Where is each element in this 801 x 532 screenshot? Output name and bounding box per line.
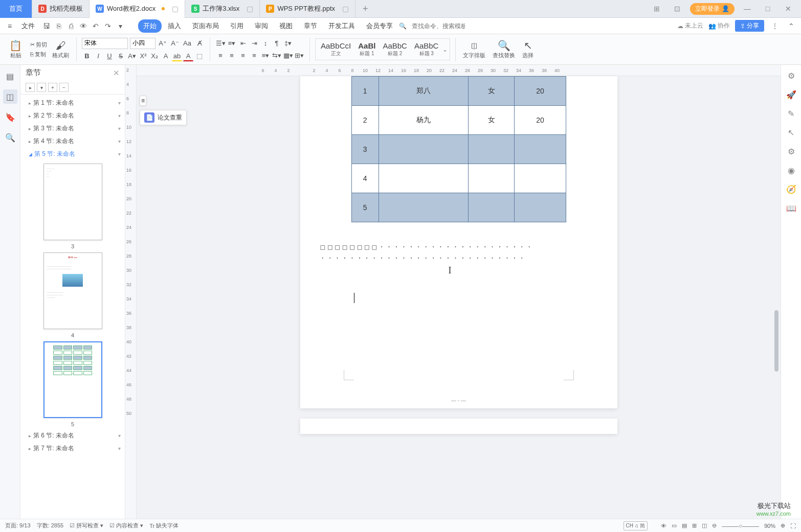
cursor-icon[interactable]: ↖ bbox=[788, 128, 794, 137]
dotted-text-2[interactable]: ···························· bbox=[300, 254, 617, 262]
font-family-select[interactable] bbox=[82, 38, 128, 49]
document-page[interactable]: 1郑八女20 2杨九女20 3 4 5 □□□□□□□□············… bbox=[300, 76, 617, 408]
web-mode-icon[interactable]: ⊞ bbox=[692, 522, 697, 529]
outline-mode-icon[interactable]: ◫ bbox=[702, 522, 707, 529]
paste-button[interactable]: 📋粘贴 bbox=[7, 38, 24, 60]
section-3[interactable]: ▸第 3 节: 未命名▾ bbox=[20, 122, 125, 135]
rocket-icon[interactable]: 🚀 bbox=[786, 90, 796, 100]
distribute-button[interactable]: ≡▾ bbox=[260, 51, 271, 61]
style-heading2[interactable]: AaBbC标题 2 bbox=[380, 40, 410, 59]
subscript-button[interactable]: X₂ bbox=[149, 51, 160, 61]
menu-start[interactable]: 开始 bbox=[138, 19, 162, 33]
toolbox-icon[interactable]: ⚙ bbox=[788, 71, 795, 81]
zoom-out-button[interactable]: ⊖ bbox=[712, 522, 717, 529]
save-as-icon[interactable]: ⎘ bbox=[53, 20, 64, 32]
search-icon[interactable]: 🔍 bbox=[3, 130, 17, 145]
format-painter-button[interactable]: 🖌格式刷 bbox=[50, 39, 71, 60]
decrease-font-icon[interactable]: A⁻ bbox=[170, 38, 180, 49]
style-heading1[interactable]: AaBl标题 1 bbox=[355, 40, 379, 59]
more-icon[interactable]: ⋮ bbox=[769, 20, 781, 32]
menu-chapter[interactable]: 章节 bbox=[299, 19, 322, 33]
minimize-button[interactable]: — bbox=[740, 5, 755, 13]
style-normal[interactable]: AaBbCcI正文 bbox=[318, 40, 354, 59]
align-right-button[interactable]: ≡ bbox=[238, 51, 248, 61]
text-effects-button[interactable]: A bbox=[161, 51, 171, 61]
find-replace-button[interactable]: 🔍查找替换 bbox=[491, 38, 517, 60]
show-marks-button[interactable]: ¶ bbox=[272, 38, 282, 49]
page-indicator[interactable]: 页面: 9/13 bbox=[5, 522, 31, 529]
print-icon[interactable]: ⎙ bbox=[65, 20, 77, 32]
plugin-icon[interactable]: ◉ bbox=[788, 166, 795, 175]
sort-button[interactable]: ↕ bbox=[260, 38, 271, 49]
menu-hamburger-icon[interactable]: ≡ bbox=[4, 20, 15, 32]
zoom-in-button[interactable]: ⊕ bbox=[781, 522, 785, 529]
word-count[interactable]: 字数: 2855 bbox=[37, 522, 64, 529]
menu-view[interactable]: 视图 bbox=[274, 19, 298, 33]
page-thumb-5[interactable] bbox=[43, 341, 102, 418]
book-icon[interactable]: 📖 bbox=[786, 203, 796, 213]
cloud-status[interactable]: ☁ 未上云 bbox=[677, 21, 703, 30]
remove-section-icon[interactable]: − bbox=[59, 83, 69, 92]
outline-icon[interactable]: ▤ bbox=[3, 69, 17, 83]
borders-button[interactable]: ⊞▾ bbox=[294, 51, 304, 61]
maximize-button[interactable]: □ bbox=[760, 5, 775, 13]
menu-member[interactable]: 会员专享 bbox=[361, 19, 398, 33]
menu-insert[interactable]: 插入 bbox=[163, 19, 186, 33]
tab-excel[interactable]: S 工作簿3.xlsx ▢ bbox=[185, 0, 260, 18]
layout-icon[interactable]: ⊞ bbox=[649, 5, 664, 13]
section-4[interactable]: ▸第 4 节: 未命名▾ bbox=[20, 135, 125, 148]
increase-indent-button[interactable]: ⇥ bbox=[249, 38, 259, 49]
table-row[interactable]: 5 bbox=[351, 193, 566, 222]
float-tool-anchor[interactable]: ≡ bbox=[140, 96, 146, 106]
page-thumb-3[interactable]: — — —— ——— bbox=[43, 164, 102, 240]
section-6[interactable]: ▸第 6 节: 未命名▾ bbox=[20, 429, 125, 442]
thesis-check-tool[interactable]: 📄 论文查重 bbox=[140, 110, 187, 125]
table-row[interactable]: 3 bbox=[351, 135, 566, 164]
menu-references[interactable]: 引用 bbox=[225, 19, 249, 33]
redo-icon[interactable]: ↷ bbox=[102, 20, 114, 32]
section-2[interactable]: ▸第 2 节: 未命名▾ bbox=[20, 109, 125, 122]
section-7[interactable]: ▸第 7 节: 未命名▾ bbox=[20, 442, 125, 455]
menu-page-layout[interactable]: 页面布局 bbox=[187, 19, 224, 33]
add-section-icon[interactable]: + bbox=[48, 83, 57, 92]
table-row[interactable]: 1郑八女20 bbox=[351, 77, 566, 106]
read-mode-icon[interactable]: ▭ bbox=[672, 522, 677, 529]
line-spacing-button[interactable]: ‡▾ bbox=[283, 38, 293, 49]
zoom-level[interactable]: 90% bbox=[764, 523, 775, 529]
zoom-slider[interactable]: ———○——— bbox=[722, 523, 759, 529]
text-layout-button[interactable]: ⎅文字排版 bbox=[461, 39, 487, 60]
section-1[interactable]: ▸第 1 节: 未命名▾ bbox=[20, 97, 125, 109]
view-mode-icon[interactable]: 👁 bbox=[661, 523, 666, 529]
missing-font[interactable]: Tr 缺失字体 bbox=[149, 522, 179, 529]
page-thumb-4[interactable]: 第1节 xxx—————————————————————————————————… bbox=[43, 252, 102, 329]
print-preview-icon[interactable]: 👁 bbox=[78, 20, 89, 32]
close-button[interactable]: ✕ bbox=[781, 5, 796, 13]
highlight-button[interactable]: A▾ bbox=[127, 51, 137, 61]
section-5[interactable]: ◢第 5 节: 未命名▾ bbox=[20, 148, 125, 160]
dotted-text-1[interactable]: □□□□□□□□····················· bbox=[300, 243, 617, 251]
collapse-all-icon[interactable]: ▾ bbox=[37, 83, 46, 92]
spell-check[interactable]: ☑ 拼写检查 ▾ bbox=[70, 522, 103, 529]
page-mode-icon[interactable]: ▤ bbox=[682, 522, 687, 529]
highlight-color-button[interactable]: ab bbox=[172, 51, 182, 61]
menu-dev-tools[interactable]: 开发工具 bbox=[323, 19, 360, 33]
file-menu[interactable]: 文件 bbox=[16, 19, 40, 33]
decrease-indent-button[interactable]: ⇤ bbox=[238, 38, 248, 49]
strike-button[interactable]: S̶ bbox=[116, 51, 126, 61]
tab-close-icon[interactable]: ▢ bbox=[342, 5, 349, 13]
cut-button[interactable]: ✂ 剪切 bbox=[30, 41, 47, 49]
document-table[interactable]: 1郑八女20 2杨九女20 3 4 5 bbox=[351, 76, 566, 222]
justify-button[interactable]: ≡ bbox=[249, 51, 259, 61]
new-tab-button[interactable]: + bbox=[355, 4, 375, 14]
table-row[interactable]: 4 bbox=[351, 164, 566, 193]
tab-close-icon[interactable]: ▢ bbox=[247, 5, 253, 13]
tab-ppt[interactable]: P WPS PPT教程.pptx ▢ bbox=[260, 0, 355, 18]
clear-format-icon[interactable]: A̸ bbox=[194, 38, 205, 49]
italic-button[interactable]: I bbox=[93, 51, 103, 61]
font-size-select[interactable] bbox=[130, 38, 155, 49]
document-area[interactable]: 642246810121416182022242628303234363840 … bbox=[137, 65, 781, 519]
pen-icon[interactable]: ✎ bbox=[788, 109, 794, 119]
compass-icon[interactable]: 🧭 bbox=[786, 184, 796, 194]
align-left-button[interactable]: ≡ bbox=[215, 51, 226, 61]
underline-button[interactable]: U bbox=[104, 51, 115, 61]
